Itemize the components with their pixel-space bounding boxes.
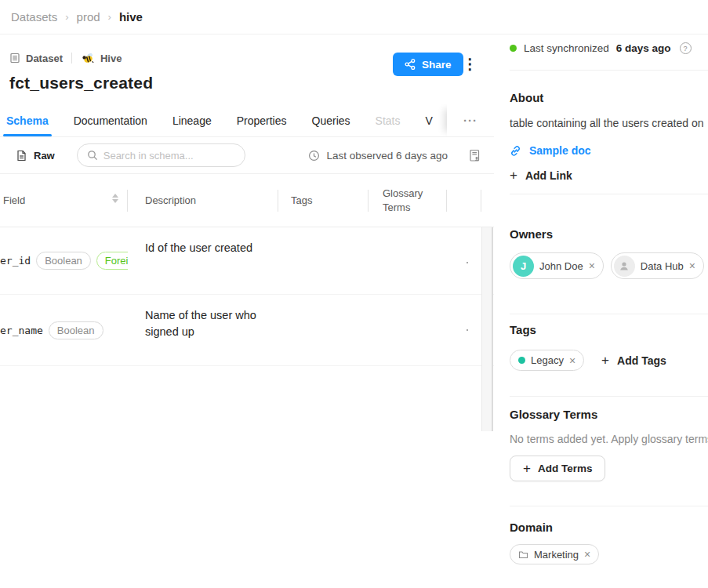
column-header-description: Description (128, 174, 278, 227)
row-overflow-dot (467, 329, 468, 331)
field-name: er_name (0, 325, 43, 336)
raw-toggle-button[interactable]: Raw (16, 150, 55, 162)
schema-table-header: Field Description Tags Glossary Terms (0, 174, 494, 227)
page-title: fct_users_created (9, 74, 153, 93)
breadcrumb-item-prod[interactable]: prod (77, 10, 100, 24)
tab-validation-clipped[interactable]: V (425, 104, 432, 136)
sync-label: Last synchronized (524, 42, 609, 54)
remove-domain-icon[interactable]: × (584, 549, 590, 560)
share-button[interactable]: Share (393, 53, 463, 76)
extra-cell (447, 295, 481, 365)
folder-icon (518, 550, 528, 559)
hive-platform-icon (81, 52, 95, 64)
column-header-extra (447, 174, 481, 227)
tab-queries[interactable]: Queries (312, 104, 350, 136)
column-header-glossary-terms: Glossary Terms (369, 174, 447, 227)
owners-list: J John Doe × Data Hub × + Add Owners (510, 252, 708, 279)
entity-sidebar: Last synchronized 6 days ago ? About tab… (510, 34, 708, 588)
sort-icon[interactable] (112, 194, 118, 203)
field-name: er_id (0, 255, 31, 267)
search-input[interactable] (103, 150, 235, 162)
breadcrumb-separator: › (65, 11, 68, 23)
raw-label: Raw (34, 150, 55, 162)
main-panel: Dataset Hive Share ⋮ fct_users_created S… (0, 34, 494, 588)
about-section-title: About (510, 91, 543, 104)
type-badge: Boolean (49, 321, 103, 339)
avatar (614, 256, 635, 277)
remove-owner-icon[interactable]: × (589, 260, 595, 271)
tab-properties[interactable]: Properties (237, 104, 287, 136)
link-icon (510, 145, 521, 157)
tab-bar: Schema Documentation Lineage Properties … (0, 104, 494, 137)
foreign-key-badge: Foreign Key (96, 252, 128, 270)
avatar: J (513, 256, 534, 277)
field-cell: er_id Boolean Foreign Key (0, 227, 128, 294)
tag-pill-legacy[interactable]: Legacy × (510, 350, 584, 371)
schema-search[interactable] (77, 143, 245, 167)
sync-status: Last synchronized 6 days ago ? (510, 42, 692, 54)
plus-icon: + (523, 463, 531, 474)
section-divider (510, 506, 708, 506)
breadcrumb-separator: › (108, 11, 111, 23)
tags-cell (278, 227, 369, 294)
plus-icon: + (601, 355, 609, 366)
table-scrollbar[interactable] (481, 227, 493, 431)
row-overflow-dot (467, 262, 468, 263)
owners-section-title: Owners (510, 227, 553, 241)
tabs-overflow-button[interactable]: ··· (447, 104, 494, 136)
kebab-menu-icon[interactable]: ⋮ (463, 53, 477, 75)
column-header-tags: Tags (278, 174, 369, 227)
table-row[interactable]: er_id Boolean Foreign Key Id of the user… (0, 227, 494, 295)
tab-schema[interactable]: Schema (6, 104, 49, 136)
glossary-cell (369, 295, 447, 365)
platform-label: Hive (100, 53, 122, 64)
remove-tag-icon[interactable]: × (569, 355, 575, 366)
schema-toolbar: Raw Last observed 6 days ago (0, 137, 494, 174)
remove-owner-icon[interactable]: × (689, 260, 695, 271)
owner-pill-data-hub[interactable]: Data Hub × (611, 252, 704, 279)
description-cell: Name of the user who signed up (128, 295, 278, 365)
owner-name: Data Hub (641, 260, 684, 272)
add-tags-button[interactable]: + Add Tags (601, 354, 666, 367)
breadcrumb: Datasets › prod › hive (0, 0, 708, 34)
toolbar-right-group: Last observed 6 days ago (308, 149, 481, 162)
dataset-type-icon (9, 53, 20, 64)
tab-documentation[interactable]: Documentation (74, 104, 147, 136)
tag-color-dot (518, 357, 525, 364)
domain-pill-marketing[interactable]: Marketing × (510, 544, 599, 564)
raw-document-icon (16, 150, 27, 162)
glossary-empty-text: No terms added yet. Apply glossary terms… (510, 433, 708, 445)
breadcrumb-item-hive[interactable]: hive (119, 10, 143, 24)
domain-section-title: Domain (510, 521, 553, 534)
entity-type-label: Dataset (26, 53, 63, 64)
add-terms-button[interactable]: + Add Terms (510, 456, 605, 481)
plus-icon: + (510, 170, 517, 181)
clock-icon (308, 150, 320, 162)
table-row[interactable]: er_name Boolean Name of the user who sig… (0, 295, 494, 366)
column-header-field: Field (0, 174, 128, 227)
sync-status-dot (510, 45, 517, 52)
domain-list: Marketing × (510, 544, 599, 564)
about-description: table containing all the users created o… (510, 117, 704, 129)
sync-value: 6 days ago (616, 42, 671, 54)
share-icon (405, 59, 416, 70)
tags-cell (278, 295, 369, 365)
section-divider (510, 396, 708, 397)
tab-lineage[interactable]: Lineage (172, 104, 212, 136)
add-link-button[interactable]: + Add Link (510, 169, 572, 182)
extra-cell (447, 227, 481, 294)
tab-stats: Stats (376, 104, 401, 136)
glossary-section-title: Glossary Terms (510, 408, 597, 421)
field-cell: er_name Boolean (0, 295, 128, 365)
breadcrumb-item-datasets[interactable]: Datasets (11, 10, 57, 24)
help-icon[interactable]: ? (680, 42, 692, 54)
owner-pill-john-doe[interactable]: J John Doe × (510, 252, 604, 279)
last-observed-status: Last observed 6 days ago (308, 150, 448, 162)
sample-doc-link[interactable]: Sample doc (510, 144, 591, 157)
glossary-cell (369, 227, 447, 294)
subtype-divider (71, 53, 72, 64)
last-observed-label: Last observed 6 days ago (326, 150, 448, 162)
schema-blame-icon[interactable] (468, 149, 481, 162)
section-divider (510, 194, 708, 194)
column-divider (481, 190, 481, 212)
